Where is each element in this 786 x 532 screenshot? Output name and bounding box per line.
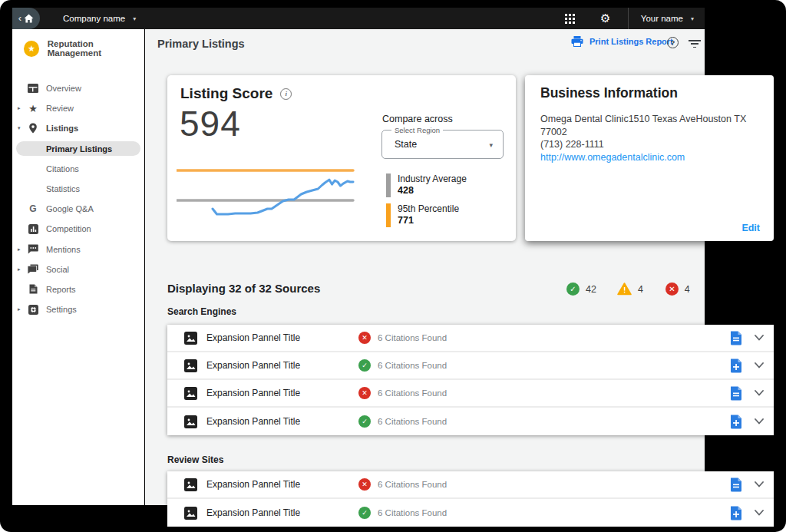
score-chart-svg xyxy=(177,161,368,234)
image-placeholder-icon xyxy=(184,415,197,428)
sidebar-item-settings[interactable]: ▸ Settings xyxy=(12,299,144,319)
document-action-icon[interactable] xyxy=(730,506,742,520)
warning-count: 4 xyxy=(638,284,643,295)
sidebar-item-primary-listings[interactable]: Primary Listings xyxy=(12,139,144,159)
check-circle-icon: ✓ xyxy=(566,283,580,296)
sidebar-item-listings[interactable]: ▾ Listings xyxy=(12,118,144,138)
image-placeholder-icon xyxy=(184,387,197,400)
chevron-down-icon[interactable] xyxy=(755,390,764,396)
sidebar-item-review[interactable]: ▸ ★ Review xyxy=(12,98,144,118)
section-title-review-sites: Review Sites xyxy=(167,454,223,465)
document-action-icon[interactable] xyxy=(730,359,742,373)
bar-chart-icon xyxy=(27,224,39,234)
status-icon: ✕ xyxy=(358,478,371,491)
help-button[interactable]: ? xyxy=(667,37,679,48)
chevron-down-icon[interactable] xyxy=(755,418,764,425)
filter-button[interactable] xyxy=(689,40,701,48)
expansion-panel-row[interactable]: Expansion Pannel Title ✕ 6 Citations Fou… xyxy=(167,380,774,408)
status-icon: ✓ xyxy=(358,415,371,428)
top-bar: ‹ Company name ▾ ⚙ Your xyxy=(12,8,705,29)
error-count: 4 xyxy=(685,284,690,295)
expansion-panel-row[interactable]: Expansion Pannel Title ✕ 6 Citations Fou… xyxy=(167,325,774,352)
topbar-right: ⚙ Your name ▾ xyxy=(559,8,705,29)
business-zip: 77002 xyxy=(540,126,754,139)
chevron-down-icon[interactable] xyxy=(755,335,764,341)
chevron-down-icon: ▾ xyxy=(489,141,493,149)
sidebar-item-reports[interactable]: Reports xyxy=(12,279,144,299)
expander-right-icon[interactable]: ▸ xyxy=(18,246,21,253)
chevron-down-icon[interactable] xyxy=(755,362,764,368)
location-pin-icon xyxy=(27,123,39,134)
sidebar-item-overview[interactable]: Overview xyxy=(12,78,144,98)
expander-right-icon[interactable]: ▸ xyxy=(18,306,21,312)
expansion-panel-row[interactable]: Expansion Pannel Title ✓ 6 Citations Fou… xyxy=(167,352,774,380)
settings-gear-button[interactable]: ⚙ xyxy=(594,12,617,25)
sidebar-item-google-qa[interactable]: G Google Q&A xyxy=(12,199,144,219)
product-brand: ★ Reputation Management xyxy=(12,29,144,58)
document-action-icon[interactable] xyxy=(730,331,742,345)
home-icon xyxy=(24,14,34,23)
expansion-panel-row[interactable]: Expansion Pannel Title ✓ 6 Citations Fou… xyxy=(167,499,774,527)
status-icon: ✕ xyxy=(358,332,371,344)
region-selected-value: State xyxy=(395,139,417,150)
home-button[interactable]: ‹ xyxy=(12,8,40,29)
app-canvas: ‹ Company name ▾ ⚙ Your xyxy=(0,0,786,532)
listing-score-value: 594 xyxy=(180,103,241,144)
select-region-label: Select Region xyxy=(391,126,443,134)
chevron-down-icon: ▾ xyxy=(691,15,694,22)
expander-right-icon[interactable]: ▸ xyxy=(18,105,21,111)
sidebar-item-social[interactable]: ▸ Social xyxy=(12,259,144,279)
expansion-panel-row[interactable]: Expansion Pannel Title ✓ 6 Citations Fou… xyxy=(167,408,774,435)
image-placeholder-icon xyxy=(184,332,197,345)
print-listings-report-button[interactable]: Print Listings Report xyxy=(571,36,673,47)
question-icon: ? xyxy=(671,38,675,47)
product-name: Reputation Management xyxy=(48,39,144,58)
business-website-link[interactable]: http://www.omegadentalclinic.com xyxy=(540,152,685,163)
company-switcher[interactable]: Company name ▾ xyxy=(63,14,136,23)
status-icon: ✓ xyxy=(358,507,371,519)
document-action-icon[interactable] xyxy=(730,477,742,492)
sidebar: ★ Reputation Management Overview ▸ ★ Rev… xyxy=(12,29,144,505)
apps-grid-icon xyxy=(565,14,575,24)
status-icon: ✕ xyxy=(358,387,371,399)
printer-icon xyxy=(571,36,583,47)
chevron-down-icon[interactable] xyxy=(755,481,764,487)
expander-right-icon[interactable]: ▸ xyxy=(18,266,21,273)
sidebar-item-statistics[interactable]: Statistics xyxy=(12,179,144,199)
print-listings-report-label: Print Listings Report xyxy=(590,37,673,46)
back-chevron-icon[interactable]: ‹ xyxy=(18,13,21,23)
section-title-search-engines: Search Engines xyxy=(167,306,236,317)
expander-down-icon[interactable]: ▾ xyxy=(18,125,21,131)
business-phone: (713) 228-1111 xyxy=(540,138,754,151)
forum-chat-icon xyxy=(27,264,39,274)
review-sites-panel-list: Expansion Pannel Title ✕ 6 Citations Fou… xyxy=(167,471,774,527)
info-icon[interactable]: i xyxy=(280,88,292,100)
chevron-down-icon[interactable] xyxy=(755,510,764,516)
user-menu[interactable]: Your name ▾ xyxy=(629,14,705,23)
document-action-icon[interactable] xyxy=(730,386,742,401)
sidebar-nav: Overview ▸ ★ Review ▾ Listings Primary L… xyxy=(12,78,144,319)
company-name-label: Company name xyxy=(63,14,125,23)
region-select[interactable]: Select Region State ▾ xyxy=(381,130,504,159)
user-name-label: Your name xyxy=(641,14,683,23)
document-action-icon[interactable] xyxy=(730,415,742,429)
sidebar-item-citations[interactable]: Citations xyxy=(12,159,144,179)
status-icon: ✓ xyxy=(358,359,371,372)
score-trend-chart xyxy=(177,161,368,237)
chevron-down-icon: ▾ xyxy=(133,15,136,22)
gear-icon: ⚙ xyxy=(600,12,610,25)
sidebar-item-mentions[interactable]: ▸ Mentions xyxy=(12,240,144,259)
google-g-icon: G xyxy=(27,203,39,214)
apps-grid-button[interactable] xyxy=(559,14,582,24)
search-engines-panel-list: Expansion Pannel Title ✕ 6 Citations Fou… xyxy=(167,325,774,435)
business-address: Omega Dental Clinic1510 Texas AveHouston… xyxy=(540,113,754,126)
document-icon xyxy=(27,284,39,294)
compare-across-label: Compare across xyxy=(382,114,453,124)
business-info-details: Omega Dental Clinic1510 Texas AveHouston… xyxy=(540,113,754,164)
image-placeholder-icon xyxy=(184,478,197,491)
sidebar-item-competition[interactable]: Competition xyxy=(12,219,144,239)
expansion-panel-row[interactable]: Expansion Pannel Title ✕ 6 Citations Fou… xyxy=(167,471,774,499)
business-info-card: Business Information Omega Dental Clinic… xyxy=(525,75,774,241)
sources-heading: Displaying 32 of 32 Sources xyxy=(167,282,320,295)
edit-button[interactable]: Edit xyxy=(741,223,760,233)
